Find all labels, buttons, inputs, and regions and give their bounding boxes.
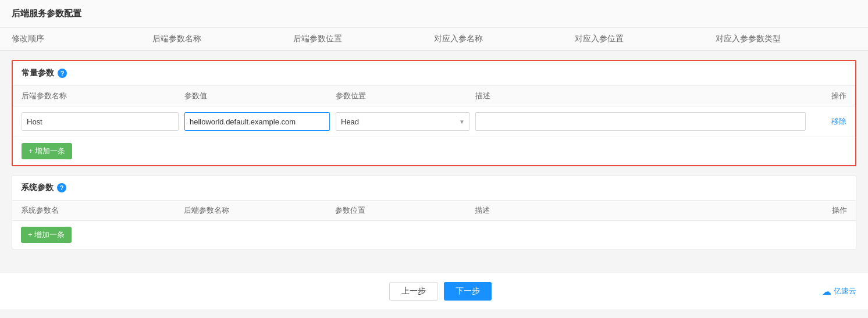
system-params-section: 系统参数 ? 系统参数名 后端参数名称 参数位置 描述 操作 + 增加一条 [12,175,856,249]
param-name-input[interactable] [22,112,179,131]
sys-header-description: 描述 [475,205,812,216]
param-position-select-wrapper: Head Body Query Path ▼ [336,112,469,131]
col-input-param-pos: 对应入参位置 [575,34,716,44]
param-value-cell [184,112,336,131]
param-position-select[interactable]: Head Body Query Path [336,112,469,131]
constant-params-title: 常量参数 ? [13,61,855,86]
col-input-param-name: 对应入参名称 [434,34,575,44]
sys-header-operation: 操作 [812,205,847,216]
top-header-row: 修改顺序 后端参数名称 后端参数位置 对应入参名称 对应入参位置 对应入参参数类… [0,28,868,51]
param-position-cell: Head Body Query Path ▼ [336,112,475,131]
system-add-btn-row: + 增加一条 [12,221,856,249]
main-content: 常量参数 ? 后端参数名称 参数值 参数位置 描述 操作 [0,51,868,267]
sys-header-position: 参数位置 [335,205,475,216]
prev-button[interactable]: 上一步 [389,282,438,301]
constant-params-section: 常量参数 ? 后端参数名称 参数值 参数位置 描述 操作 [12,60,856,166]
system-params-header: 系统参数名 后端参数名称 参数位置 描述 操作 [12,201,856,221]
constant-add-btn-row: + 增加一条 [13,137,855,165]
col-modify-order: 修改顺序 [12,34,152,44]
operation-cell: 移除 [812,116,846,127]
footer-buttons: 上一步 下一步 [58,282,822,301]
footer-section: 上一步 下一步 ☁ 亿速云 [0,273,868,309]
constant-add-button[interactable]: + 增加一条 [22,143,72,159]
page-title: 后端服务参数配置 [0,0,868,28]
col-input-param-type: 对应入参参数类型 [716,34,856,44]
header-description: 描述 [475,91,812,101]
param-value-input[interactable] [184,112,330,131]
brand-icon: ☁ [822,286,831,297]
param-name-cell [22,112,184,131]
system-add-button[interactable]: + 增加一条 [21,227,72,243]
constant-params-header: 后端参数名称 参数值 参数位置 描述 操作 [13,86,855,106]
remove-button[interactable]: 移除 [831,117,846,126]
header-param-position: 参数位置 [336,91,475,101]
system-params-help-icon[interactable]: ? [57,183,66,192]
page-wrapper: 后端服务参数配置 修改顺序 后端参数名称 后端参数位置 对应入参名称 对应入参位… [0,0,868,318]
header-param-name: 后端参数名称 [22,91,184,101]
description-cell [475,112,812,131]
constant-params-help-icon[interactable]: ? [58,69,67,78]
system-params-title: 系统参数 ? [12,176,856,201]
sys-header-backend-name: 后端参数名称 [184,205,335,216]
sys-header-param-name: 系统参数名 [21,205,184,216]
col-backend-param-name: 后端参数名称 [152,34,293,44]
top-section: 后端服务参数配置 修改顺序 后端参数名称 后端参数位置 对应入参名称 对应入参位… [0,0,868,51]
next-button[interactable]: 下一步 [444,282,492,301]
constant-param-row: Head Body Query Path ▼ 移除 [13,106,855,137]
system-params-label: 系统参数 [21,183,54,193]
col-backend-param-pos: 后端参数位置 [293,34,434,44]
header-param-value: 参数值 [184,91,336,101]
description-input[interactable] [475,112,806,131]
header-operation: 操作 [812,91,846,101]
constant-params-label: 常量参数 [22,68,54,78]
brand-name: 亿速云 [834,286,856,296]
brand-logo: ☁ 亿速云 [822,286,856,297]
